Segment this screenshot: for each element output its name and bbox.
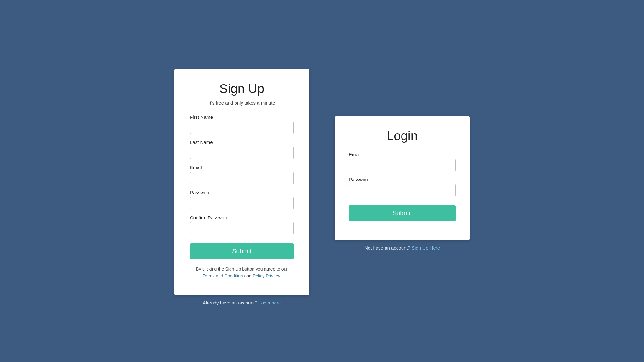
login-email-input[interactable]: [349, 159, 456, 171]
login-column: Login Email Password Submit Not have an …: [335, 69, 470, 250]
terms-prefix: By clicking the Sign Up button,you agree…: [196, 266, 288, 272]
login-here-link[interactable]: Login here: [258, 300, 281, 305]
signup-card: Sign Up It's free and only takes a minut…: [174, 69, 309, 295]
signup-here-link[interactable]: Sign Up Here: [412, 245, 440, 250]
terms-and: and: [244, 273, 252, 278]
confirm-password-input[interactable]: [190, 222, 294, 234]
signup-password-group: Password: [190, 190, 294, 209]
login-card: Login Email Password Submit: [335, 116, 470, 240]
confirm-password-label: Confirm Password: [190, 215, 294, 220]
login-title: Login: [349, 129, 456, 143]
login-password-group: Password: [349, 177, 456, 196]
login-password-label: Password: [349, 177, 456, 182]
no-account-label: Not have an account?: [364, 245, 410, 250]
signup-email-group: Email: [190, 165, 294, 184]
signup-password-label: Password: [190, 190, 294, 195]
login-email-group: Email: [349, 152, 456, 171]
signup-email-input[interactable]: [190, 172, 294, 184]
signup-email-label: Email: [190, 165, 294, 170]
page-container: Sign Up It's free and only takes a minut…: [174, 57, 470, 306]
privacy-link[interactable]: Policy Privacy: [253, 273, 280, 278]
login-submit-button[interactable]: Submit: [349, 205, 456, 221]
signup-submit-button[interactable]: Submit: [190, 243, 294, 259]
signup-title: Sign Up: [190, 82, 294, 96]
last-name-input[interactable]: [190, 147, 294, 159]
already-account-text: Already have an account? Login here: [203, 300, 281, 305]
signup-column: Sign Up It's free and only takes a minut…: [174, 69, 309, 306]
no-account-text: Not have an account? Sign Up Here: [364, 245, 440, 250]
confirm-password-group: Confirm Password: [190, 215, 294, 234]
terms-link[interactable]: Terms and Condition: [203, 273, 243, 278]
signup-password-input[interactable]: [190, 197, 294, 209]
already-account-label: Already have an account?: [203, 300, 257, 305]
last-name-group: Last Name: [190, 140, 294, 159]
login-password-input[interactable]: [349, 184, 456, 196]
terms-text: By clicking the Sign Up button,you agree…: [190, 266, 294, 280]
first-name-input[interactable]: [190, 122, 294, 134]
first-name-label: First Name: [190, 114, 294, 120]
login-email-label: Email: [349, 152, 456, 157]
signup-subtitle: It's free and only takes a minute: [190, 100, 294, 106]
last-name-label: Last Name: [190, 140, 294, 145]
first-name-group: First Name: [190, 114, 294, 134]
